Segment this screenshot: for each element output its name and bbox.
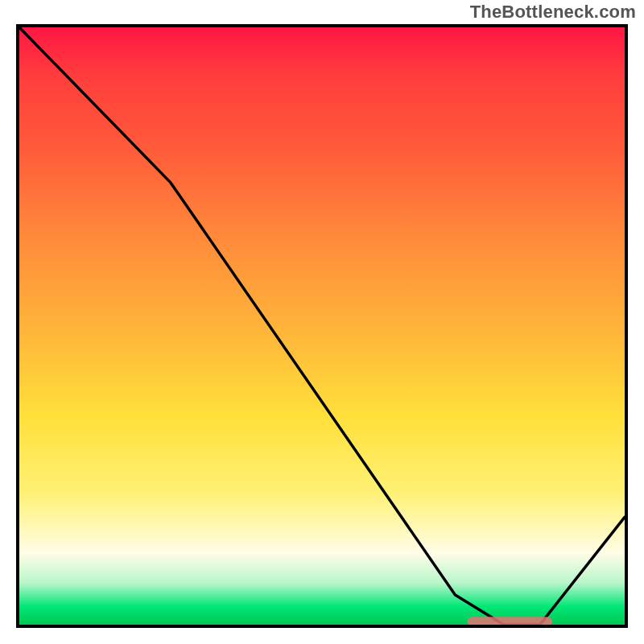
optimal-zone-marker [468, 617, 552, 625]
plot-area [16, 24, 628, 628]
bottleneck-curve-line [19, 27, 625, 625]
watermark-text: TheBottleneck.com [470, 2, 636, 23]
chart-container: TheBottleneck.com [0, 0, 644, 644]
chart-overlay [19, 27, 625, 625]
